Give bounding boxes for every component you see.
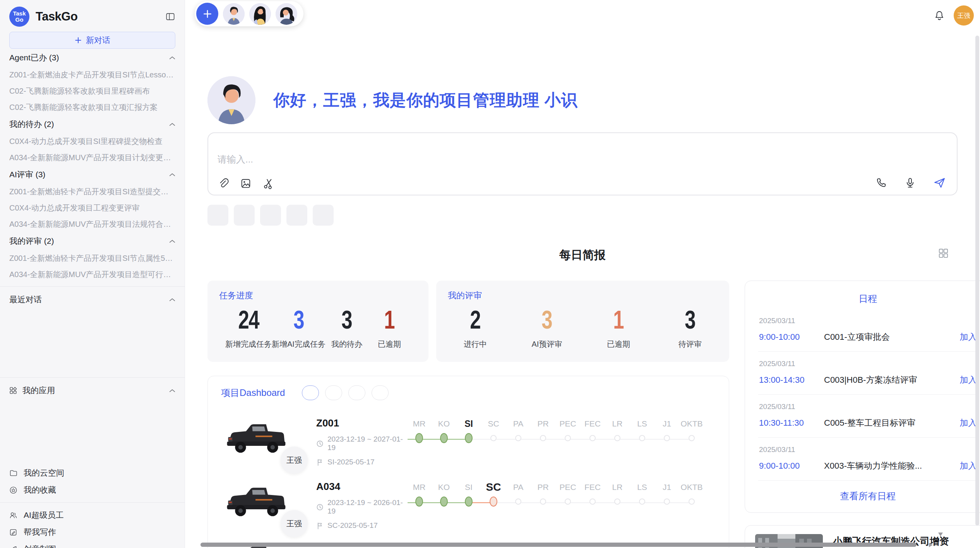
milestone-j1: J1 (654, 481, 679, 527)
right-column: 日程 2025/03/11 9:00-10:00 C001-立项审批会 加入 (745, 281, 980, 548)
suggestion-chip[interactable] (313, 205, 334, 226)
sidebar-link[interactable]: 我的收藏 (9, 481, 175, 498)
avatar[interactable] (276, 3, 297, 25)
app-item[interactable] (9, 399, 175, 416)
composer-attach-tools (218, 178, 274, 189)
milestone-oktb: OKTB (679, 418, 704, 464)
horizontal-scrollbar-thumb[interactable] (200, 543, 917, 547)
project-row[interactable]: 王强 A034 2023-12-19 ~ 2026-01-19 (221, 481, 716, 527)
event-join-button[interactable]: 加入 (955, 374, 977, 386)
milestone-si: SI (456, 481, 481, 527)
screenshot-button[interactable] (262, 178, 274, 189)
microphone-button[interactable] (904, 176, 916, 189)
main-content: 你好，王强，我是你的项目管理助理 小识 每日简报 (185, 0, 980, 548)
divider (0, 377, 185, 378)
notifications-button[interactable] (934, 10, 945, 21)
stat: 2进行中 (454, 305, 497, 349)
dashboard-title: 项目Dashboard (221, 387, 285, 399)
project-row[interactable]: 王强 Z001 2023-12-19 ~ 2027-01-19 (221, 417, 716, 464)
avatar[interactable] (223, 3, 245, 25)
app-item[interactable] (9, 416, 175, 432)
clock-icon (316, 503, 324, 511)
paperclip-icon (218, 178, 229, 189)
milestone-dot (689, 498, 695, 505)
sidebar-link[interactable]: 帮我写作 (9, 524, 175, 541)
attach-image-button[interactable] (240, 178, 252, 189)
sidebar-task-item[interactable]: Z001-全新燃油皮卡产品开发项目SI节点Lesson Learn报告 (9, 67, 175, 83)
main-area: 王强 你好，王强，我是你的项目管理助理 小识 (185, 0, 980, 548)
recent-chat-item[interactable] (9, 341, 175, 357)
sidebar-link[interactable]: 我的云空间 (9, 464, 175, 481)
sidebar-section-header[interactable]: AI评审 (3) (9, 166, 175, 183)
view-all-schedule-button[interactable]: 查看所有日程 (758, 481, 978, 507)
sidebar-task-item[interactable]: A034-全新新能源MUV产品开发项目计划变更表编写 (9, 149, 175, 166)
new-chat-button[interactable]: 新对话 (9, 32, 175, 49)
recent-chat-item[interactable] (9, 325, 175, 341)
sidebar-task-item[interactable]: C0X4-动力总成开发项目工程变更评审 (9, 200, 175, 216)
app-item[interactable] (9, 448, 175, 464)
sidebar-link[interactable]: 创意制图 (9, 541, 175, 548)
sidebar-task-item[interactable]: Z001-全新燃油轻卡产品开发项目SI造型提交物评审 (9, 183, 175, 200)
milestone-dot (589, 435, 596, 441)
left-column: 任务进度 24新增完成任务3新增AI完成任务3我的待办1已逾期 我的评审 2进行… (207, 281, 729, 548)
sidebar-task-item[interactable]: Z001-全新燃油轻卡产品开发项目SI节点属性5D文件评审 (9, 250, 175, 266)
sidebar-section-header-apps[interactable]: 我的应用 (9, 382, 175, 399)
event-time: 9:00-10:00 (759, 332, 824, 342)
divider (0, 286, 185, 287)
milestone-dot (515, 435, 521, 441)
folder-icon (9, 469, 17, 477)
sidebar-task-item[interactable]: C0X4-动力总成开发项目SI里程碑提交物检查 (9, 133, 175, 149)
app-item[interactable] (9, 432, 175, 448)
dashboard-tab[interactable] (325, 385, 342, 400)
sidebar-section-header[interactable]: Agent已办 (3) (9, 49, 175, 67)
event-name: C003|H0B-方案冻结评审 (824, 374, 955, 386)
send-button[interactable] (933, 176, 946, 189)
stat-label: 我的待办 (326, 339, 368, 349)
milestone-dot (490, 435, 497, 441)
sidebar-task-item[interactable]: C02-飞腾新能源轻客改款项目立项汇报方案 (9, 99, 175, 115)
suggestion-chip[interactable] (260, 205, 281, 226)
project-next-milestone: SC-2025-05-17 (316, 521, 405, 530)
milestone-track: MRKOSISCPAPRPECFECLRLSJ1OKTB (407, 481, 716, 527)
recent-chat-item[interactable] (9, 357, 175, 373)
stat-value: 2 (470, 305, 480, 334)
attach-file-button[interactable] (218, 178, 229, 189)
event-join-button[interactable]: 加入 (955, 331, 977, 343)
dashboard-tab[interactable] (348, 385, 365, 400)
vertical-scrollbar (975, 0, 980, 542)
sidebar-task-item[interactable]: C02-飞腾新能源轻客改款项目里程碑画布 (9, 83, 175, 99)
scroll-right-arrow[interactable] (929, 543, 933, 547)
milestone-j1: J1 (654, 418, 679, 464)
avatar[interactable] (249, 3, 271, 25)
sidebar-section-header[interactable]: 我的评审 (2) (9, 232, 175, 250)
event-join-button[interactable]: 加入 (955, 460, 977, 472)
chat-input[interactable] (218, 153, 879, 170)
milestone-mr: MR (407, 481, 432, 527)
recent-chat-item[interactable] (9, 308, 175, 325)
milestone-dot (664, 498, 670, 505)
suggestion-chip[interactable] (234, 205, 255, 226)
sidebar-section-header-recent[interactable]: 最近对话 (9, 291, 175, 308)
add-contact-button[interactable] (196, 3, 218, 25)
dashboard-tab[interactable] (302, 385, 319, 400)
app-title: TaskGo (36, 10, 159, 24)
user-avatar[interactable]: 王强 (954, 5, 974, 26)
dashboard-tab[interactable] (372, 385, 389, 400)
scroll-down-arrow[interactable] (938, 533, 943, 536)
collapse-sidebar-button[interactable] (165, 12, 175, 22)
voice-call-button[interactable] (875, 176, 887, 189)
vertical-scrollbar-thumb[interactable] (975, 36, 979, 526)
avatar-woman-icon (276, 3, 297, 25)
sidebar-link[interactable]: AI超级员工 (9, 507, 175, 524)
sidebar-section-header[interactable]: 我的待办 (2) (9, 115, 175, 133)
sidebar-task-item[interactable]: A034-全新新能源MUV产品开发项目造型可行性评审 (9, 266, 175, 283)
event-date: 2025/03/11 (759, 445, 977, 454)
greeting-row: 你好，王强，我是你的项目管理助理 小识 (207, 76, 958, 124)
suggestion-chip[interactable] (207, 205, 228, 226)
briefing-layout-button[interactable] (938, 248, 948, 258)
suggestion-chip[interactable] (286, 205, 307, 226)
sidebar-task-item[interactable]: A034-全新新能源MUV产品开发项目法规符合性评审 (9, 216, 175, 232)
milestone-sc: SC (481, 418, 506, 464)
stat: 3新增AI完成任务 (272, 305, 326, 349)
event-join-button[interactable]: 加入 (955, 417, 977, 429)
